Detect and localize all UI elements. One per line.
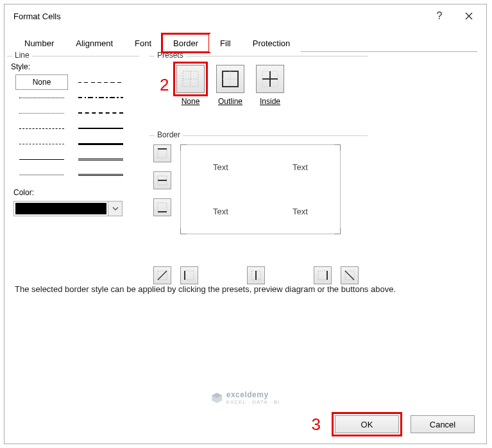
line-style-list[interactable]: None: [13, 74, 129, 177]
preset-inside[interactable]: Inside: [256, 65, 284, 106]
close-button[interactable]: [454, 5, 484, 27]
line-style-none[interactable]: None: [16, 75, 67, 89]
color-label: Color:: [13, 188, 139, 197]
preset-outline-icon: [221, 69, 240, 89]
border-preview[interactable]: Text Text Text Text: [180, 144, 341, 234]
border-vertical-button[interactable]: [247, 266, 265, 284]
border-top-icon: [157, 148, 168, 159]
line-group: Line Style: None Color:: [7, 56, 139, 268]
line-style-option[interactable]: [16, 152, 67, 166]
svg-rect-11: [158, 149, 167, 158]
watermark-icon: [211, 392, 223, 404]
svg-rect-19: [185, 271, 194, 280]
color-swatch: [15, 203, 106, 214]
presets-group-label: Presets: [155, 51, 186, 60]
tab-font[interactable]: Font: [124, 34, 162, 52]
border-horizontal-button[interactable]: [153, 171, 171, 189]
annotation-3: 3: [312, 415, 321, 435]
tab-border[interactable]: Border: [162, 34, 209, 52]
presets-group: Presets None: [149, 56, 368, 133]
line-style-option[interactable]: [75, 106, 126, 120]
color-dropdown[interactable]: [13, 201, 123, 216]
line-style-option[interactable]: [75, 90, 126, 105]
description-text: The selected border style can be applied…: [15, 283, 476, 296]
tab-protection[interactable]: Protection: [242, 34, 301, 52]
line-style-option[interactable]: [16, 137, 67, 151]
watermark: exceldemy EXCEL · DATA · BI: [211, 390, 280, 405]
close-icon: [465, 12, 473, 20]
line-style-option[interactable]: [16, 106, 67, 120]
line-style-option[interactable]: [16, 90, 67, 105]
border-vertical-icon: [250, 270, 262, 281]
border-right-button[interactable]: [314, 266, 332, 284]
border-bottom-icon: [157, 202, 168, 213]
preset-none[interactable]: None: [176, 65, 205, 106]
preset-inside-icon: [260, 69, 280, 89]
svg-rect-15: [158, 203, 167, 212]
preset-none-label: None: [176, 97, 205, 106]
border-left-icon: [183, 270, 195, 281]
border-top-button[interactable]: [153, 144, 171, 162]
chevron-down-icon: [112, 207, 119, 211]
dialog-buttons: OK Cancel: [335, 415, 475, 433]
preset-outline-label: Outline: [216, 97, 244, 106]
cancel-button[interactable]: Cancel: [411, 415, 475, 433]
border-diagonal-up-icon: [157, 270, 168, 281]
border-diagonal-down-button[interactable]: [341, 266, 359, 284]
line-style-option[interactable]: [75, 121, 126, 135]
border-horizontal-icon: [157, 175, 168, 186]
annotation-2: 2: [160, 75, 169, 95]
dialog-title: Format Cells: [13, 12, 425, 21]
svg-line-26: [345, 271, 354, 280]
help-button[interactable]: ?: [425, 5, 454, 27]
line-style-option[interactable]: [75, 168, 126, 182]
color-dropdown-arrow[interactable]: [108, 202, 122, 216]
border-bottom-button[interactable]: [153, 198, 171, 216]
format-cells-dialog: Format Cells ? Number Alignment Font Bor…: [4, 4, 487, 444]
line-group-label: Line: [12, 51, 32, 60]
border-diagonal-up-button[interactable]: [153, 266, 171, 284]
tab-number[interactable]: Number: [13, 34, 65, 52]
svg-rect-23: [318, 271, 327, 280]
line-style-option[interactable]: [75, 75, 126, 89]
tabstrip: Number Alignment Font Border Fill Protec…: [4, 34, 486, 52]
line-style-option[interactable]: [75, 137, 126, 151]
preset-none-icon: [181, 69, 200, 89]
tab-alignment[interactable]: Alignment: [65, 34, 124, 52]
ok-button[interactable]: OK: [335, 415, 399, 433]
dialog-content: Line Style: None Color:: [4, 52, 486, 444]
titlebar: Format Cells ?: [4, 4, 486, 28]
line-style-option[interactable]: [75, 152, 126, 166]
border-right-icon: [317, 270, 328, 281]
border-group: Border Text Text: [149, 135, 368, 277]
line-style-option[interactable]: [16, 168, 67, 182]
line-style-option[interactable]: [16, 121, 67, 135]
svg-line-18: [158, 271, 167, 280]
tab-fill[interactable]: Fill: [209, 34, 242, 52]
border-left-button[interactable]: [180, 266, 198, 284]
preset-outline[interactable]: Outline: [216, 65, 244, 106]
border-diagonal-down-icon: [344, 270, 355, 281]
style-label: Style:: [11, 62, 139, 71]
border-group-label: Border: [155, 130, 183, 139]
preset-inside-label: Inside: [256, 97, 284, 106]
